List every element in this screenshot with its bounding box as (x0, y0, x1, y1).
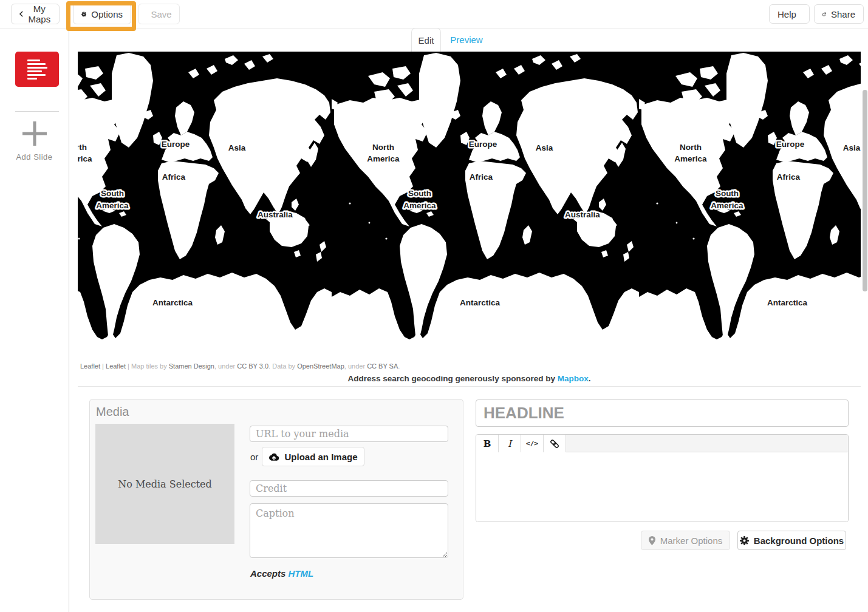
upload-image-button[interactable]: Upload an Image (262, 447, 364, 466)
no-media-label: No Media Selected (118, 478, 212, 490)
cc-by-link[interactable]: CC BY 3.0 (237, 362, 268, 370)
media-panel-title: Media (96, 405, 129, 419)
options-label: Options (91, 9, 123, 19)
tab-edit[interactable]: Edit (411, 28, 441, 52)
accepts-html-note: Accepts HTML (250, 568, 313, 579)
top-toolbar: My Maps Options Save (0, 0, 868, 29)
tab-edit-label: Edit (419, 35, 434, 46)
cc-by-sa-link[interactable]: CC BY SA (367, 362, 398, 370)
options-button[interactable]: Options (73, 4, 131, 24)
mapbox-link[interactable]: Mapbox (558, 374, 589, 383)
gear-icon (740, 536, 749, 545)
scrollbar-thumb[interactable] (863, 90, 867, 291)
link-button[interactable] (544, 435, 566, 452)
italic-button[interactable]: I (499, 435, 521, 452)
help-label: Help (777, 9, 796, 19)
add-slide-label: Add Slide (16, 152, 52, 162)
cloud-upload-icon (268, 453, 279, 461)
leaflet-link[interactable]: Leaflet (80, 362, 100, 370)
share-icon (822, 10, 826, 19)
headline-input[interactable] (476, 399, 849, 427)
code-button[interactable]: </> (521, 435, 544, 452)
save-label: Save (151, 9, 171, 19)
geocoding-sponsor-note: Address search geocoding generously spon… (78, 374, 861, 383)
my-maps-label: My Maps (28, 4, 51, 24)
storymap-editor: My Maps Options Save (0, 0, 868, 612)
share-label: Share (831, 9, 855, 19)
background-options-label: Background Options (754, 536, 844, 546)
plus-icon (21, 120, 49, 148)
link-icon (550, 439, 559, 449)
add-slide-button[interactable]: Add Slide (0, 120, 69, 162)
marker-options-label: Marker Options (660, 536, 723, 546)
slide-thumbnail[interactable] (15, 52, 59, 87)
leaflet-link-2[interactable]: Leaflet (106, 362, 126, 370)
map-pin-icon (649, 536, 655, 545)
media-credit-input[interactable] (250, 480, 448, 497)
map-attribution: Leaflet | Leaflet | Map tiles by Stamen … (80, 362, 400, 370)
tab-preview-label: Preview (450, 35, 482, 45)
tab-preview[interactable]: Preview (443, 28, 490, 52)
stamen-design-link[interactable]: Stamen Design (169, 362, 214, 370)
upload-image-label: Upload an Image (284, 452, 357, 462)
content-divider (78, 386, 861, 387)
media-panel: Media No Media Selected or Upload an Ima… (89, 399, 463, 600)
bold-button[interactable]: B (476, 435, 499, 452)
rich-text-editor: B I </> (476, 434, 849, 522)
html-help-link[interactable]: HTML (289, 568, 314, 579)
media-preview-box: No Media Selected (95, 424, 234, 544)
marker-options-button[interactable]: Marker Options (641, 531, 730, 550)
slides-sidebar: Add Slide (0, 29, 69, 612)
chevron-left-icon (19, 10, 23, 18)
share-button[interactable]: Share (814, 4, 864, 24)
or-label: or (250, 452, 258, 462)
gear-icon (81, 10, 86, 19)
editor-content: North America South America Europe Asia … (78, 0, 861, 612)
map-canvas[interactable]: North America South America Europe Asia … (78, 52, 861, 361)
my-maps-button[interactable]: My Maps (11, 4, 60, 24)
rte-toolbar: B I </> (476, 435, 848, 452)
background-options-button[interactable]: Background Options (737, 531, 846, 550)
media-caption-textarea[interactable] (250, 503, 448, 558)
save-button[interactable]: Save (138, 4, 180, 24)
page-scrollbar (862, 29, 868, 612)
sidebar-divider (15, 111, 59, 112)
rte-text-area[interactable] (476, 452, 848, 522)
text-lines-icon (27, 59, 50, 81)
media-url-input[interactable] (250, 426, 448, 442)
openstreetmap-link[interactable]: OpenStreetMap (297, 362, 344, 370)
help-button[interactable]: Help (769, 4, 810, 24)
